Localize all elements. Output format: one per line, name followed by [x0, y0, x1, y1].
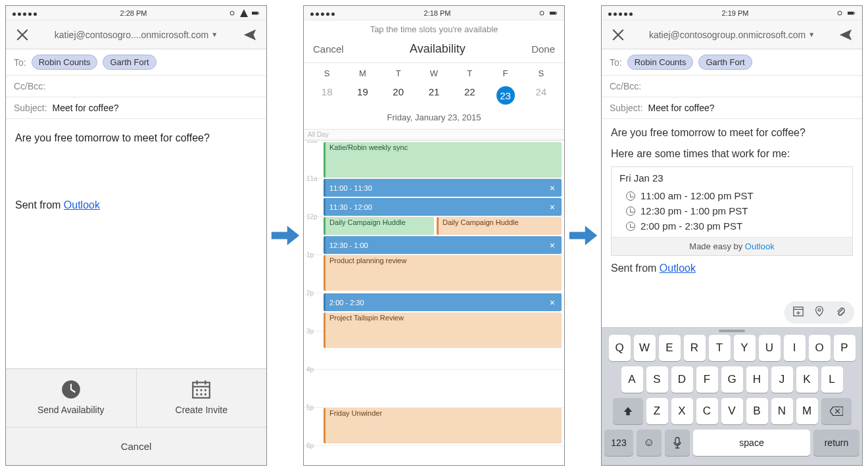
from-account-dropdown[interactable]: katiej@contosogro....onmicrosoft.com ▼: [55, 30, 218, 40]
key-x[interactable]: X: [671, 398, 693, 424]
recipient-chip[interactable]: Robin Counts: [627, 55, 694, 70]
remove-slot-icon[interactable]: ×: [547, 240, 558, 251]
email-body[interactable]: Are you free tomorrow to meet for coffee…: [6, 119, 266, 368]
body-text: Here are some times that work for me:: [611, 148, 853, 160]
key-mic[interactable]: [665, 430, 690, 456]
time-slot[interactable]: 11:00 am - 12:00 pm PST: [612, 189, 852, 204]
key-b[interactable]: B: [746, 398, 768, 424]
availability-slot[interactable]: 12:30 - 1:00×: [324, 236, 562, 254]
key-l[interactable]: L: [821, 366, 843, 393]
availability-slot[interactable]: 2:00 - 2:30×: [324, 293, 562, 311]
day-schedule[interactable]: 10a 11a 12p 1p 2p 3p 4p 5p 6p Katie/Robi…: [304, 140, 564, 465]
key-h[interactable]: H: [746, 366, 768, 393]
outlook-link[interactable]: Outlook: [660, 262, 696, 274]
dow: T: [381, 66, 416, 81]
key-c[interactable]: C: [696, 398, 718, 424]
key-t[interactable]: T: [709, 335, 731, 361]
event-unwinder[interactable]: Friday Unwinder: [324, 408, 562, 443]
event-review[interactable]: Product planning review: [324, 255, 562, 291]
date-cell[interactable]: 21: [416, 81, 452, 110]
ios-keyboard: Q W E R T Y U I O P A S D F G H J K L Z …: [602, 327, 862, 465]
key-return[interactable]: return: [813, 430, 859, 456]
key-d[interactable]: D: [671, 366, 693, 393]
event-sync[interactable]: Katie/Robin weekly sync: [324, 142, 562, 178]
attachment-bar: [784, 301, 854, 323]
key-k[interactable]: K: [796, 366, 818, 393]
to-field[interactable]: To: Robin Counts Garth Fort: [602, 49, 862, 76]
svg-point-27: [818, 309, 821, 311]
outlook-link[interactable]: Outlook: [64, 199, 100, 211]
key-i[interactable]: I: [784, 335, 806, 361]
event-huddle-right[interactable]: Daily Campaign Huddle: [437, 217, 562, 235]
availability-slot[interactable]: 11:00 - 11:30×: [324, 179, 562, 197]
date-cell[interactable]: 18: [309, 81, 345, 110]
key-shift[interactable]: [613, 398, 643, 424]
key-z[interactable]: Z: [646, 398, 668, 424]
key-space[interactable]: space: [693, 430, 810, 456]
close-icon[interactable]: [15, 28, 30, 42]
key-m[interactable]: M: [796, 398, 818, 424]
send-icon[interactable]: [243, 28, 257, 42]
ccbcc-field[interactable]: Cc/Bcc:: [6, 76, 266, 97]
create-invite-button[interactable]: Create Invite: [137, 369, 267, 427]
status-icons: [228, 9, 260, 17]
key-g[interactable]: G: [721, 366, 743, 393]
event-tailspin[interactable]: Project Tailspin Review: [324, 312, 562, 348]
remove-slot-icon[interactable]: ×: [547, 202, 558, 212]
date-cell[interactable]: 22: [452, 81, 487, 110]
subject-field[interactable]: Subject: Meet for coffee?: [602, 97, 862, 119]
done-button[interactable]: Done: [531, 43, 555, 55]
from-account-dropdown[interactable]: katiej@contosogroup.onmicrosoft.com ▼: [649, 30, 815, 40]
remove-slot-icon[interactable]: ×: [547, 297, 558, 308]
cancel-button[interactable]: Cancel: [6, 427, 266, 465]
key-y[interactable]: Y: [734, 335, 756, 361]
outlook-link[interactable]: Outlook: [745, 241, 775, 251]
svg-point-10: [201, 389, 203, 391]
key-p[interactable]: P: [834, 335, 856, 361]
ccbcc-field[interactable]: Cc/Bcc:: [602, 76, 862, 97]
key-v[interactable]: V: [721, 398, 743, 424]
cancel-button[interactable]: Cancel: [313, 43, 344, 55]
schedule-grid[interactable]: 10a 11a 12p 1p 2p 3p 4p 5p 6p Katie/Robi…: [304, 141, 564, 465]
recipient-chip[interactable]: Garth Fort: [698, 55, 752, 70]
location-icon[interactable]: [813, 305, 825, 319]
date-cell[interactable]: 19: [345, 81, 380, 110]
key-e[interactable]: E: [659, 335, 681, 361]
calendar-add-icon[interactable]: [792, 305, 804, 319]
signal-icon: [608, 9, 635, 17]
recipient-chip[interactable]: Garth Fort: [103, 55, 156, 70]
key-o[interactable]: O: [809, 335, 831, 361]
key-w[interactable]: W: [634, 335, 656, 361]
key-123[interactable]: 123: [604, 430, 633, 456]
paperclip-icon[interactable]: [834, 305, 846, 319]
date-cell-selected[interactable]: 23: [487, 81, 523, 110]
date-cell[interactable]: 24: [523, 81, 559, 110]
key-backspace[interactable]: [821, 398, 852, 424]
email-body[interactable]: Are you free tomorrow to meet for coffee…: [602, 119, 862, 327]
to-field[interactable]: To: Robin Counts Garth Fort: [6, 49, 266, 76]
event-huddle[interactable]: Daily Campaign Huddle: [324, 217, 434, 235]
key-n[interactable]: N: [771, 398, 793, 424]
key-r[interactable]: R: [684, 335, 706, 361]
ccbcc-label: Cc/Bcc:: [14, 81, 45, 91]
recipient-chip[interactable]: Robin Counts: [32, 55, 98, 70]
key-s[interactable]: S: [646, 366, 668, 393]
close-icon[interactable]: [611, 28, 625, 42]
key-f[interactable]: F: [696, 366, 718, 393]
availability-header: Cancel Availability Done: [304, 38, 564, 63]
key-q[interactable]: Q: [609, 335, 631, 361]
send-icon[interactable]: [838, 28, 853, 42]
subject-field[interactable]: Subject: Meet for coffee?: [6, 97, 266, 119]
flow-arrow-icon: [567, 222, 600, 249]
availability-slot[interactable]: 11:30 - 12:00×: [324, 198, 562, 216]
key-emoji[interactable]: ☺: [637, 430, 662, 456]
time-slot[interactable]: 2:00 pm - 2:30 pm PST: [612, 219, 852, 237]
remove-slot-icon[interactable]: ×: [547, 183, 558, 193]
key-u[interactable]: U: [759, 335, 781, 361]
send-availability-button[interactable]: Send Availability: [6, 369, 137, 427]
keyboard-grabber[interactable]: [719, 330, 745, 332]
time-slot[interactable]: 12:30 pm - 1:00 pm PST: [612, 204, 852, 219]
key-a[interactable]: A: [621, 366, 643, 393]
date-cell[interactable]: 20: [381, 81, 416, 110]
key-j[interactable]: J: [771, 366, 793, 393]
